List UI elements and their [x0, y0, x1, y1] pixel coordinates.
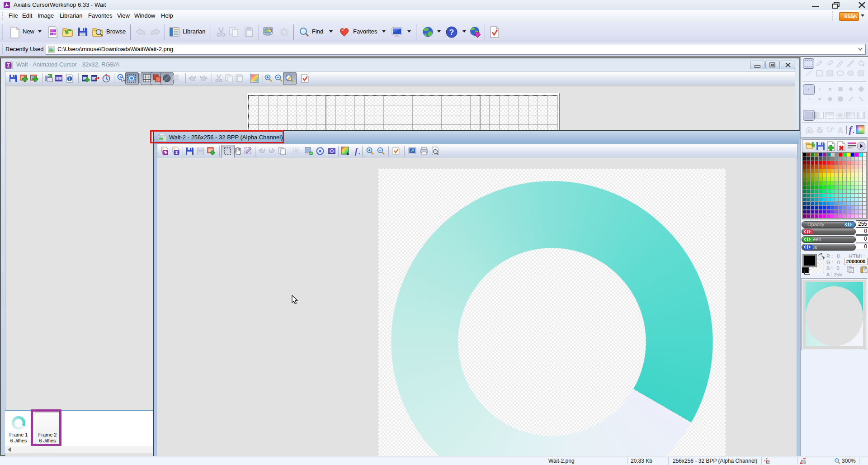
svg-text:?: ?: [449, 28, 454, 37]
svg-text:i: i: [69, 77, 71, 81]
svg-text:f: f: [355, 147, 359, 156]
svg-text:A: A: [838, 127, 843, 134]
svg-text:f: f: [849, 125, 853, 135]
